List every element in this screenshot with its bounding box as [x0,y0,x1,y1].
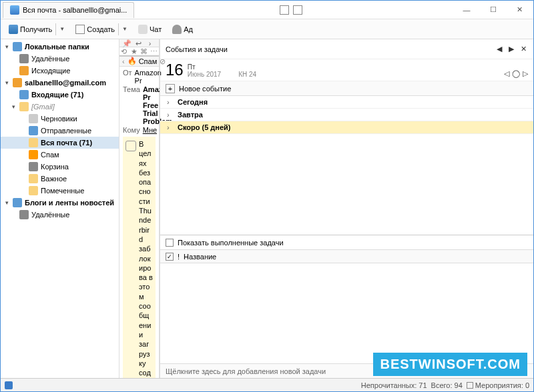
reply-icon[interactable]: ↩ [136,39,143,47]
minimize-button[interactable]: — [453,2,480,18]
sidebar-item-label: Корзина [41,163,116,171]
spam-toolbar: ‹ 🔥 Спам ⊘ [119,57,159,67]
agenda-row[interactable]: ›Завтра [160,109,533,121]
calendar-title-bar: События и задачи ◀ ▶ ✕ [160,39,533,59]
priority-icon[interactable]: ! [178,253,180,261]
trash-icon [29,162,38,171]
pin-icon[interactable]: 📌 [122,39,129,47]
titlebar: Вся почта - salbanelllo@gmai... — ☐ ✕ [1,1,533,19]
calendar-date-header: 16 Пт Июнь 2017 КН 24 ◁ ◯ ▷ [160,59,533,81]
chat-icon [138,25,148,34]
today-dot-icon[interactable]: ◯ [512,69,520,78]
remote-content-warning: В целях безопасности Thunderbird заблоки… [123,137,156,378]
month-label: Июнь 2017 [188,71,221,78]
message-preview: ОтAmazon Pr ТемаAmazon Pr Free Trial Pro… [119,67,159,378]
sidebar-item[interactable]: Вся почта (71) [1,137,119,149]
outbox-icon [19,66,29,75]
twisty-icon[interactable]: ▾ [10,103,17,110]
account-icon [13,78,22,87]
attach-icon[interactable]: ⌘ [140,47,148,55]
close-pane-icon[interactable]: ✕ [519,45,528,54]
get-mail-button[interactable]: Получить ▼ [5,22,69,37]
activity-icon[interactable] [5,381,13,389]
mini-prev-icon[interactable]: ◁ [504,69,509,78]
twisty-icon[interactable]: ▾ [3,79,10,86]
watermark: BESTWINSOFT.COM [373,353,527,376]
sidebar-item[interactable]: Черновики [1,113,119,125]
shield-icon [125,141,136,151]
show-completed-row[interactable]: Показать выполненные задачи [160,235,533,250]
new-event-row[interactable]: + Новое событие [160,81,533,96]
to-value[interactable]: Мне [143,126,157,134]
close-button[interactable]: ✕ [507,2,533,18]
compose-button[interactable]: Создать ▼ [71,22,131,37]
task-list-body[interactable] [160,263,533,363]
app-icon [10,5,19,15]
pencil-icon [75,25,85,34]
chevron-right-icon: › [167,98,174,106]
more-icon[interactable]: ⋯ [150,47,158,55]
folder-tree[interactable]: ▾ Локальные папки Удалённые Исходящие▾ s… [1,39,119,378]
prev-arrow-icon[interactable]: ◀ [495,45,504,54]
trash-icon [19,54,29,63]
sidebar-item[interactable]: Удалённые [1,53,119,65]
sidebar-item[interactable]: Помеченные [1,185,119,197]
folder-icon [19,102,29,111]
sidebar-item-label: Локальные папки [25,43,116,51]
sidebar-item[interactable]: Корзина [1,161,119,173]
unread-count: Непрочитанных: 71 [361,381,427,389]
checkbox-header-icon[interactable]: ✓ [166,253,174,261]
sidebar-item[interactable]: Исходящие [1,65,119,77]
agenda-row[interactable]: ›Скоро (5 дней) [160,121,533,134]
sidebar-item[interactable]: ▾ Блоги и ленты новостей [1,197,119,209]
fire-icon: 🔥 [127,57,137,66]
calendar-toggle-icon[interactable] [280,5,289,15]
twisty-icon[interactable]: ▾ [3,199,10,206]
sidebar-item-label: [Gmail] [31,103,116,111]
sidebar-item[interactable]: Отправленные [1,125,119,137]
chevron-right-icon: › [167,111,174,119]
spam-icon [29,150,38,159]
checkbox-icon[interactable] [166,239,174,247]
addressbook-button[interactable]: Ад [168,23,197,35]
chevron-down-icon[interactable]: ▼ [59,26,65,32]
window-title: Вся почта - salbanelllo@gmai... [23,6,127,14]
sidebar-item-label: Входящие (71) [31,91,116,99]
sidebar-item[interactable]: Входящие (71) [1,89,119,101]
back-icon[interactable]: ‹ [122,57,125,65]
star-header-icon[interactable]: ★ [131,47,138,55]
day-number: 16 [166,62,184,78]
sidebar-item[interactable]: ▾ Локальные папки [1,41,119,53]
local-folder-icon [13,42,22,51]
chevron-icon[interactable]: › [149,39,156,47]
sidebar-item-label: Отправленные [41,127,116,135]
next-arrow-icon[interactable]: ▶ [507,45,516,54]
weekday-label: Пт [188,63,221,71]
sidebar-item[interactable]: ▾ [Gmail] [1,101,119,113]
task-title-header[interactable]: Название [184,253,216,261]
feeds-icon [13,198,22,207]
agenda-row[interactable]: ›Сегодня [160,96,533,109]
calendar-title: События и задачи [166,45,495,53]
maximize-button[interactable]: ☐ [480,2,507,18]
sidebar-item-label: Удалённые [31,211,116,219]
thread-icon[interactable]: ⟲ [121,47,128,55]
sidebar-item[interactable]: ▾ salbanelllo@gmail.com [1,77,119,89]
twisty-icon[interactable]: ▾ [3,43,10,50]
sidebar-item[interactable]: Спам [1,149,119,161]
main-toolbar: Получить ▼ Создать ▼ Чат Ад [1,19,533,39]
chevron-down-icon[interactable]: ▼ [122,26,127,32]
chevron-right-icon: › [167,123,174,131]
from-value[interactable]: Amazon Pr [135,69,162,85]
tasks-toggle-icon[interactable] [293,5,302,15]
plus-icon: + [166,84,175,93]
sidebar-item[interactable]: Удалённые [1,209,119,221]
mini-next-icon[interactable]: ▷ [523,69,528,78]
agenda-list: ›Сегодня›Завтра›Скоро (5 дней) [160,96,533,235]
chat-button[interactable]: Чат [134,23,166,35]
sidebar-item[interactable]: Важное [1,173,119,185]
events-today[interactable]: Мероприятия: 0 [467,381,529,389]
window-tab[interactable]: Вся почта - salbanelllo@gmai... [3,2,134,18]
spam-button[interactable]: 🔥 Спам [127,57,158,66]
from-label: От [123,69,132,85]
